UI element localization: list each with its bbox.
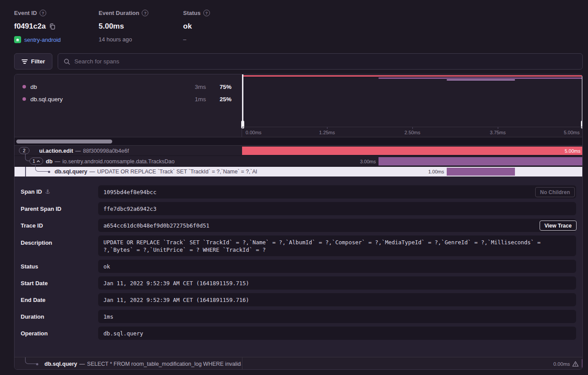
tree-connector: [25, 357, 37, 364]
column-divider: [242, 357, 243, 370]
span-bar-db[interactable]: [379, 157, 583, 165]
operation-breakdown: db 3ms 75% db.sql.query 1ms 25%: [15, 74, 242, 137]
separator: —: [79, 361, 85, 367]
help-icon[interactable]: ?: [40, 10, 46, 16]
tree-connector: [35, 165, 48, 172]
trace-minimap[interactable]: [242, 74, 583, 127]
horizontal-scrollbar-thumb[interactable]: [16, 140, 112, 143]
event-id-value: f0491c2a: [14, 22, 46, 31]
span-description: 88f300998a0b4e6f: [83, 148, 129, 154]
separator: —: [89, 169, 95, 175]
breakdown-row-db-sql-query[interactable]: db.sql.query 1ms 25%: [15, 94, 242, 104]
detail-value-duration: 1ms: [98, 310, 576, 323]
op-color-dot: [22, 97, 26, 101]
child-count-badge[interactable]: 1: [29, 158, 43, 165]
span-row-db-sql-query-footer[interactable]: db.sql.query — SELECT * FROM room_table_…: [15, 357, 583, 370]
separator: —: [75, 148, 81, 154]
event-age: 14 hours ago: [99, 36, 132, 43]
tree-leaf-dot: [36, 363, 38, 365]
child-count-badge[interactable]: 2: [19, 147, 29, 154]
event-id-label-row: Event ID ?: [14, 10, 61, 16]
event-id-label: Event ID: [14, 10, 37, 16]
event-duration-value: 5.00ms: [99, 22, 124, 31]
warning-icon[interactable]: [572, 361, 579, 367]
minimap-right-handle[interactable]: [582, 74, 583, 127]
help-icon[interactable]: ?: [203, 10, 210, 16]
tree-leaf-dot: [48, 171, 50, 173]
detail-label-status: Status: [21, 263, 38, 270]
breakdown-row-db[interactable]: db 3ms 75%: [15, 81, 242, 92]
time-axis: 0.00ms 1.25ms 2.50ms 3.75ms 5.00ms: [242, 127, 583, 137]
status-value: ok: [183, 22, 192, 31]
copy-icon[interactable]: [49, 23, 56, 30]
span-row-ui-action-edit[interactable]: 2 ui.action.edit — 88f300998a0b4e6f 5.00…: [15, 146, 583, 156]
horizontal-scrollbar: [15, 137, 583, 146]
span-op: ui.action.edit: [39, 148, 73, 154]
detail-label-start-date: Start Date: [21, 280, 48, 287]
op-duration: 1ms: [186, 96, 206, 103]
span-row-db[interactable]: 1 db — io.sentry.android.roomsample.data…: [15, 156, 583, 166]
minimap-span-ui-action-edit: [242, 75, 583, 77]
detail-label-span-id: Span ID ⚓: [21, 188, 50, 195]
span-details-panel: Span ID ⚓ 1095bd4ef8e94bcc No Children P…: [15, 176, 583, 357]
axis-tick: 0.00ms: [246, 130, 261, 135]
help-icon[interactable]: ?: [142, 10, 148, 16]
op-percent: 75%: [210, 84, 232, 90]
op-duration: 3ms: [186, 84, 206, 90]
filter-icon: [22, 59, 28, 64]
detail-value-description: UPDATE OR REPLACE `Track` SET `TrackId` …: [98, 235, 576, 256]
detail-label-trace-id: Trace ID: [21, 222, 43, 229]
span-bar-duration: 0.00ms: [553, 361, 570, 367]
span-row-db-sql-query-selected[interactable]: db.sql.query — UPDATE OR REPLACE `Track`…: [15, 167, 583, 176]
span-op: db: [46, 158, 52, 165]
span-description: UPDATE OR REPLACE `Track` SET `TrackId` …: [97, 169, 257, 175]
anchor-icon[interactable]: ⚓: [45, 188, 50, 195]
span-bar-db-sql-query[interactable]: [447, 168, 515, 176]
axis-tick: 2.50ms: [404, 130, 420, 135]
minimap-span-db: [379, 77, 583, 79]
span-bar-duration: 5.00ms: [556, 146, 581, 156]
axis-tick: 3.75ms: [490, 130, 506, 135]
span-op: db.sql.query: [55, 169, 87, 175]
span-description: SELECT * FROM room_table_modification_lo…: [87, 361, 241, 367]
no-children-button[interactable]: No Children: [535, 187, 575, 197]
detail-label-end-date: End Date: [21, 297, 45, 303]
event-duration-label: Event Duration: [99, 10, 139, 16]
detail-label-operation: Operation: [21, 330, 48, 337]
detail-value-operation: db.sql.query: [98, 327, 576, 340]
search-input[interactable]: [74, 58, 577, 65]
filter-button-label: Filter: [31, 58, 45, 65]
android-platform-icon: [14, 36, 21, 43]
tree-guide-line: [25, 167, 26, 176]
op-percent: 25%: [210, 96, 232, 103]
minimap-left-handle[interactable]: [242, 74, 243, 127]
minimap-span-db-sql-query: [447, 79, 515, 81]
zero-duration-span-marker[interactable]: [582, 359, 583, 369]
span-op: db.sql.query: [44, 361, 77, 367]
view-trace-button[interactable]: View Trace: [540, 221, 577, 231]
detail-value-start-date: Jan 11, 2022 9:52:39 AM CET (1641891159.…: [98, 276, 576, 290]
span-bar-ui-action-edit[interactable]: [242, 147, 583, 155]
span-bar-duration: 1.00ms: [400, 167, 444, 176]
project-link[interactable]: sentry-android: [24, 37, 61, 43]
detail-label-parent-span-id: Parent Span ID: [21, 206, 61, 212]
op-name: db.sql.query: [30, 96, 63, 103]
axis-tick: 1.25ms: [319, 130, 335, 135]
axis-tick: 5.00ms: [564, 130, 580, 135]
detail-label-duration: Duration: [21, 313, 44, 320]
status-block: Status ? ok –: [183, 10, 210, 43]
span-description: io.sentry.android.roomsample.data.Tracks…: [62, 158, 175, 165]
event-id-block: Event ID ? f0491c2a sentry-android: [14, 10, 61, 43]
detail-value-trace-id: a654cc61dc0b48ef9d0b27275b6f0d51: [98, 219, 576, 232]
event-duration-block: Event Duration ? 5.00ms 14 hours ago: [99, 10, 148, 43]
op-color-dot: [22, 85, 26, 88]
filter-button[interactable]: Filter: [14, 53, 52, 70]
trace-panel: db 3ms 75% db.sql.query 1ms 25%: [14, 74, 583, 370]
detail-value-end-date: Jan 11, 2022 9:52:39 AM CET (1641891159.…: [98, 293, 576, 306]
separator: —: [55, 158, 60, 165]
detail-label-description: Description: [21, 239, 52, 246]
chevron-up-icon: [37, 160, 40, 162]
search-icon: [63, 58, 70, 65]
span-bar-duration: 3.00ms: [332, 156, 376, 166]
status-label: Status: [183, 10, 201, 16]
